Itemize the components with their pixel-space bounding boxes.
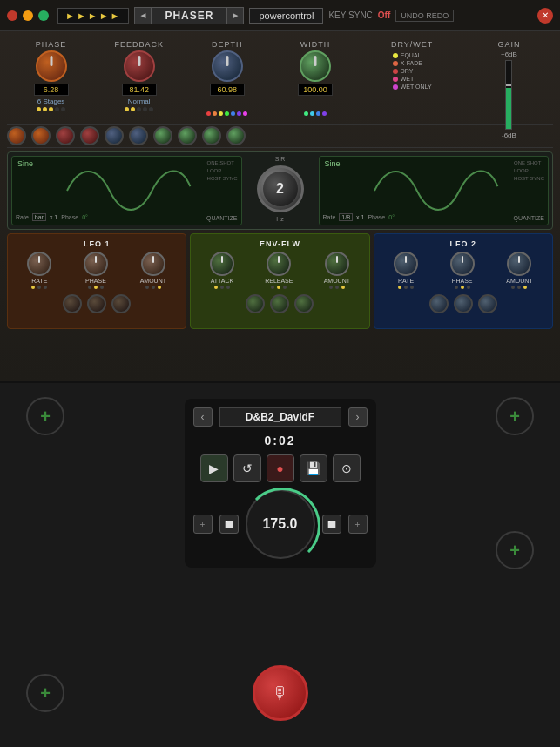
crosshair-mid-right[interactable]: + — [496, 531, 534, 569]
small-knob-2[interactable] — [31, 126, 51, 145]
tempo-display[interactable]: 175.0 — [246, 489, 315, 559]
env-small-knob-2[interactable] — [270, 294, 289, 313]
lfo-left-loop[interactable]: LOOP — [207, 168, 238, 173]
lfo1-rate-knob[interactable] — [27, 252, 51, 276]
small-knob-3[interactable] — [56, 126, 75, 145]
plugin-panel: ►►►►► ◄ PHASER ► powercontrol KEY SYNC O… — [0, 0, 560, 383]
lfo-right-oneshot[interactable]: ONE SHOT — [514, 160, 544, 165]
big-record-icon: 🎙 — [272, 683, 289, 703]
small-knob-1[interactable] — [7, 126, 26, 145]
close-traffic-light[interactable] — [7, 10, 17, 21]
minimize-traffic-light[interactable] — [23, 10, 33, 21]
prev-track-button[interactable]: ‹ — [193, 407, 213, 427]
maximize-traffic-light[interactable] — [38, 10, 49, 21]
env-small-knob-3[interactable] — [294, 294, 314, 313]
crosshair-top-right-area: + — [496, 397, 534, 435]
lfo1-phase-label: PHASE — [85, 278, 106, 284]
crosshair-top-left[interactable]: + — [26, 397, 64, 435]
controller-grid: + + ‹ D&B2_DavidF › 0:02 ▶ ↺ ● � — [0, 383, 560, 747]
crosshair-top-right-plus: + — [509, 407, 520, 425]
crosshair-bot-left[interactable]: + — [26, 674, 64, 712]
center-panel: ‹ D&B2_DavidF › 0:02 ▶ ↺ ● 💾 ⊙ + ⬜ — [185, 399, 376, 568]
util-row: + ⬜ 175.0 ⬜ + — [193, 489, 368, 559]
small-knob-10[interactable] — [226, 126, 246, 145]
lfo2-amount-knob[interactable] — [507, 252, 531, 276]
lfo2-phase-knob[interactable] — [450, 252, 475, 276]
lfo2-amount-group: AMOUNT — [506, 252, 532, 289]
gain-slider[interactable]: +6dB -6dB — [500, 50, 517, 139]
lfo-right-bar-label: 1/8 — [339, 213, 353, 221]
lfo2-panel: LFO 2 RATE PHASE AMOUNT — [374, 233, 553, 329]
small-knob-4[interactable] — [80, 126, 99, 145]
settings-button[interactable]: ⊙ — [333, 454, 361, 482]
crosshair-top-right[interactable]: + — [496, 397, 534, 435]
util-btn-square-right[interactable]: ⬜ — [322, 515, 341, 534]
depth-value: 60.98 — [210, 84, 245, 96]
tempo-ring — [244, 488, 320, 564]
util-btn-plus-left[interactable]: + — [193, 515, 213, 534]
env-amount-knob[interactable] — [325, 252, 349, 276]
lfo-wave-section: Sine Rate bar x 1 Phase 0° ONE SHOT LOOP… — [7, 151, 553, 230]
lfo-left-oneshot[interactable]: ONE SHOT — [207, 160, 238, 165]
util-btn-square-left[interactable]: ⬜ — [219, 515, 239, 534]
powercontrol-button[interactable]: powercontrol — [249, 8, 323, 24]
width-knob[interactable] — [300, 50, 331, 82]
phase-knob[interactable] — [36, 50, 67, 82]
lfo-left-hostsync[interactable]: HOST SYNC — [207, 176, 238, 181]
loop-button[interactable]: ↺ — [233, 454, 261, 482]
small-knob-9[interactable] — [202, 126, 221, 145]
play-button[interactable]: ▶ — [200, 454, 228, 482]
lfo-right-phase-val: 0° — [388, 214, 395, 220]
small-knob-7[interactable] — [153, 126, 172, 145]
gain-top-val: +6dB — [501, 50, 517, 58]
lfo-center-knob[interactable]: 2 — [257, 165, 304, 212]
lfo1-phase-group: PHASE — [84, 252, 108, 289]
lfo-left-phase-label: Phase — [61, 214, 78, 220]
lfo1-phase-knob[interactable] — [84, 252, 108, 276]
env-attack-knob[interactable] — [210, 252, 234, 276]
util-btn-plus-right[interactable]: + — [348, 515, 368, 534]
crosshair-bot-left-area: + — [26, 674, 64, 712]
env-release-label: RELEASE — [265, 278, 293, 284]
undo-redo-button[interactable]: UNDO REDO — [395, 10, 454, 22]
drywet-label: DRY/WET — [391, 40, 433, 49]
small-knob-8[interactable] — [178, 126, 197, 145]
depth-knob[interactable] — [212, 50, 243, 82]
lfo-right-hostsync[interactable]: HOST SYNC — [514, 176, 544, 181]
small-knob-6[interactable] — [129, 126, 148, 145]
lfo-right-wave-panel: Sine Rate 1/8 x 1 Phase 0° ONE SHOT LOOP… — [319, 156, 550, 225]
feedback-sub-label: Normal — [128, 98, 151, 105]
lfo2-rate-knob[interactable] — [394, 252, 418, 276]
lfo2-small-knob-2[interactable] — [454, 294, 473, 313]
lfo1-amount-knob[interactable] — [141, 252, 165, 276]
lfo-right-rate-label: Rate — [323, 214, 336, 220]
phase-dots — [37, 107, 65, 111]
env-title: ENV-FLW — [196, 239, 363, 248]
crosshair-top-left-plus: + — [40, 407, 51, 425]
lfo1-rate-label: RATE — [31, 278, 47, 284]
time-display: 0:02 — [264, 434, 295, 448]
lfo-right-wave-label: Sine — [325, 159, 341, 168]
lfo-right-sync-options: ONE SHOT LOOP HOST SYNC — [514, 160, 544, 181]
save-button[interactable]: 💾 — [300, 454, 327, 482]
gain-bot-val: -6dB — [502, 131, 516, 139]
lfo1-rate-group: RATE — [27, 252, 51, 289]
lfo-right-loop[interactable]: LOOP — [514, 168, 544, 173]
big-record-button[interactable]: 🎙 — [253, 665, 308, 721]
lfo2-small-knob-3[interactable] — [478, 294, 497, 313]
env-release-knob[interactable] — [267, 252, 291, 276]
lfo-left-sync-options: ONE SHOT LOOP HOST SYNC — [207, 160, 238, 181]
nav-next-button[interactable]: ► — [226, 7, 244, 24]
lfo1-small-knob-2[interactable] — [87, 294, 106, 313]
feedback-knob[interactable] — [124, 50, 155, 82]
small-knob-5[interactable] — [105, 126, 124, 145]
lfo1-small-knob-3[interactable] — [111, 294, 131, 313]
lfo1-small-knob-1[interactable] — [63, 294, 82, 313]
lfo2-small-knob-1[interactable] — [429, 294, 449, 313]
next-track-button[interactable]: › — [348, 407, 368, 427]
lfo-hz-label: Hz — [276, 216, 284, 222]
nav-prev-button[interactable]: ◄ — [134, 7, 152, 24]
record-button[interactable]: ● — [267, 454, 294, 482]
plugin-close-button[interactable]: ✕ — [537, 8, 553, 24]
env-small-knob-1[interactable] — [246, 294, 265, 313]
